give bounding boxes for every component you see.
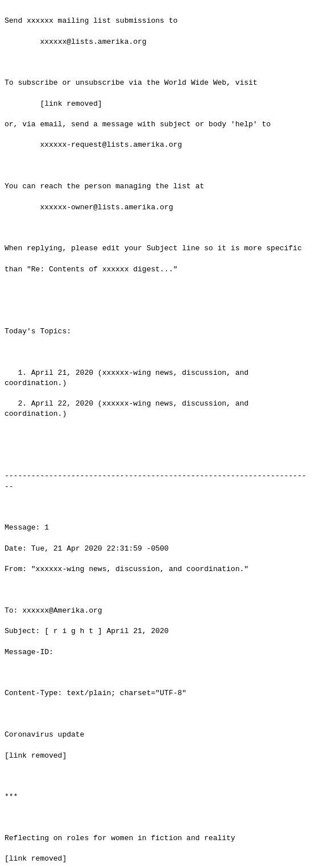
msg1-item2-title: Reflecting on roles for women in fiction…	[5, 834, 235, 842]
reach-email: xxxxxx-owner@lists.amerika.org	[5, 203, 173, 212]
msg1-stars1: ***	[5, 792, 18, 801]
reply-line2: than "Re: Contents of xxxxxx digest..."	[5, 265, 177, 274]
msg1-item1-title: Coronavirus update	[5, 730, 84, 739]
reach-line: You can reach the person managing the li…	[5, 182, 204, 191]
msg1-message-id: Message-ID:	[5, 648, 53, 656]
msg1-to: To: xxxxxx@Amerika.org	[5, 606, 102, 615]
topics-heading: Today's Topics:	[5, 327, 71, 336]
subscribe-line: To subscribe or unsubscribe via the Worl…	[5, 78, 258, 87]
msg1-date: Date: Tue, 21 Apr 2020 22:31:59 -0500	[5, 544, 169, 553]
msg1-subject: Subject: [ r i g h t ] April 21, 2020	[5, 627, 169, 635]
send-line: Send xxxxxx mailing list submissions to	[5, 16, 177, 25]
msg1-from: From: "xxxxxx-wing news, discussion, and…	[5, 565, 248, 573]
divider1: ----------------------------------------…	[5, 472, 306, 490]
topic-item2: 2. April 22, 2020 (xxxxxx-wing news, dis…	[5, 399, 253, 418]
msg1-header: Message: 1	[5, 523, 49, 532]
msg1-item1-link: [link removed]	[5, 751, 67, 760]
subscribe-email-line: or, via email, send a message with subje…	[5, 120, 271, 129]
msg1-item2-link: [link removed]	[5, 854, 67, 863]
send-email: xxxxxx@lists.amerika.org	[5, 38, 147, 46]
topic-item1: 1. April 21, 2020 (xxxxxx-wing news, dis…	[5, 369, 253, 387]
reply-line1: When replying, please edit your Subject …	[5, 244, 302, 253]
msg1-content-type: Content-Type: text/plain; charset="UTF-8…	[5, 689, 186, 697]
subscribe-email: xxxxxx-request@lists.amerika.org	[5, 140, 182, 149]
subscribe-link: [link removed]	[5, 100, 102, 108]
email-body: Send xxxxxx mailing list submissions to …	[5, 6, 310, 868]
